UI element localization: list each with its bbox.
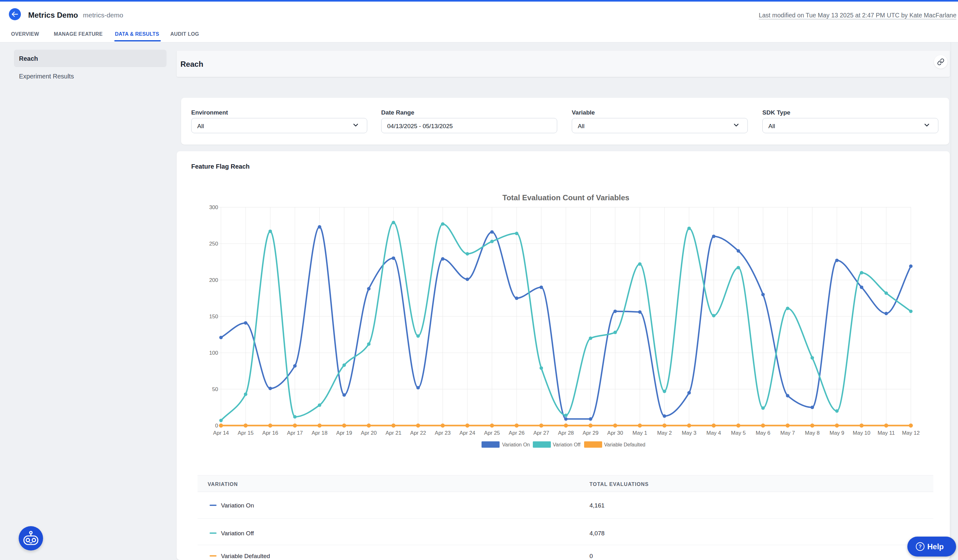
svg-text:300: 300 [209, 204, 218, 210]
svg-text:150: 150 [209, 313, 218, 320]
svg-text:Apr 29: Apr 29 [582, 430, 598, 436]
svg-text:May 10: May 10 [853, 430, 871, 436]
svg-text:Apr 14: Apr 14 [213, 430, 229, 436]
svg-text:Apr 15: Apr 15 [238, 430, 254, 436]
svg-text:100: 100 [209, 350, 218, 356]
svg-text:May 3: May 3 [682, 430, 696, 436]
svg-text:Apr 24: Apr 24 [459, 430, 475, 436]
svg-text:Apr 30: Apr 30 [607, 430, 623, 436]
svg-text:Apr 23: Apr 23 [435, 430, 450, 436]
svg-text:May 11: May 11 [877, 430, 895, 436]
svg-text:Apr 28: Apr 28 [558, 430, 574, 436]
svg-text:Apr 22: Apr 22 [410, 430, 426, 436]
svg-text:Apr 25: Apr 25 [484, 430, 500, 436]
svg-text:Variation On: Variation On [502, 442, 530, 448]
svg-text:Apr 26: Apr 26 [509, 430, 525, 436]
svg-text:Apr 17: Apr 17 [287, 430, 303, 436]
svg-text:Apr 19: Apr 19 [336, 430, 352, 436]
svg-text:0: 0 [215, 423, 218, 429]
svg-text:Apr 21: Apr 21 [385, 430, 401, 436]
svg-text:May 4: May 4 [706, 430, 721, 436]
svg-text:May 7: May 7 [780, 430, 795, 436]
svg-text:Variation Off: Variation Off [553, 442, 581, 448]
svg-text:Apr 27: Apr 27 [533, 430, 549, 436]
svg-text:Apr 18: Apr 18 [311, 430, 327, 436]
svg-text:200: 200 [209, 277, 218, 283]
svg-text:50: 50 [212, 386, 218, 392]
svg-text:Apr 20: Apr 20 [361, 430, 377, 436]
svg-text:May 9: May 9 [830, 430, 844, 436]
svg-text:250: 250 [209, 241, 218, 247]
svg-text:Apr 16: Apr 16 [262, 430, 278, 436]
svg-text:May 1: May 1 [633, 430, 647, 436]
svg-text:May 6: May 6 [756, 430, 770, 436]
svg-text:Total Evaluation Count of Vari: Total Evaluation Count of Variables [503, 193, 630, 202]
svg-text:May 8: May 8 [805, 430, 820, 436]
svg-text:May 5: May 5 [731, 430, 745, 436]
svg-text:May 12: May 12 [902, 430, 920, 436]
svg-text:May 2: May 2 [657, 430, 672, 436]
svg-text:Variable Defaulted: Variable Defaulted [604, 442, 645, 448]
svg-text:?: ? [919, 544, 922, 549]
